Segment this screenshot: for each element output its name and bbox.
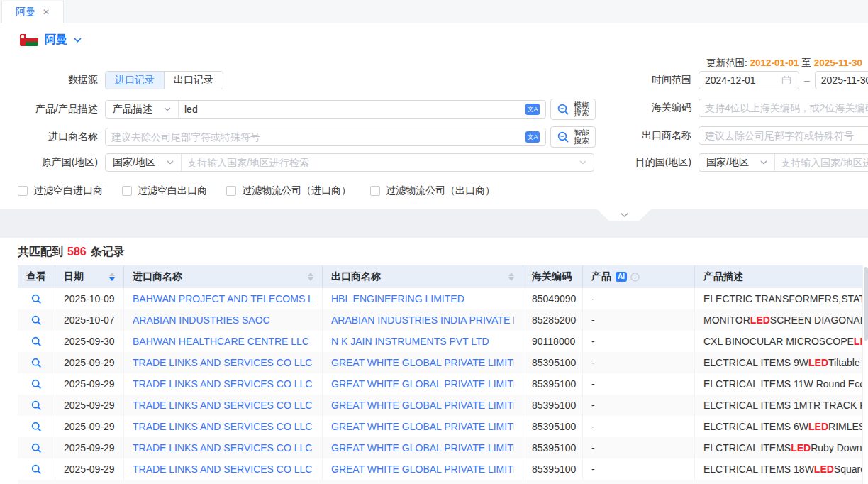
tab-export-records[interactable]: 出口记录 [164,72,223,89]
importer-input[interactable] [106,131,525,143]
view-cell [18,458,55,480]
chevron-down-icon[interactable] [579,160,586,165]
exporter-link[interactable]: HBL ENGINEERING LIMITED [331,293,464,304]
product-label: 产品/产品描述 [6,103,105,116]
checkbox-filter-logistics-exporter[interactable]: 过滤物流公司（出口商） [370,185,495,197]
view-detail-button[interactable] [31,464,42,475]
importer-link[interactable]: TRADE LINKS AND SERVICES CO LLC [133,400,312,411]
header-importer[interactable]: 进口商名称 [124,265,323,288]
exporter-cell: N K JAIN INSTRUMENTS PVT LTD [323,331,523,352]
smart-search-label: 智能搜索 [574,129,589,145]
sort-icon-exporter[interactable] [508,273,514,281]
destination-type-select[interactable]: 国家/地区 [699,154,775,171]
hscode-input-box [699,99,868,117]
hscode-input[interactable] [699,102,868,114]
fuzzy-search-button[interactable]: 模糊搜索 [550,99,596,120]
hscode-cell: 85049090 [523,288,583,309]
destination-row: 目的国(地区) 国家/地区 [629,153,868,172]
header-date[interactable]: 日期 [55,265,124,288]
datasource-row: 数据源 进口记录 出口记录 [6,71,223,89]
collapse-form-button[interactable] [597,209,651,221]
view-detail-button[interactable] [31,358,42,368]
view-detail-button[interactable] [31,336,42,347]
tab-import-records[interactable]: 进口记录 [106,72,164,89]
date-to-input[interactable] [816,75,868,86]
view-detail-button[interactable] [31,379,42,390]
destination-input[interactable] [775,157,868,168]
sort-icon-importer[interactable] [308,273,313,281]
chevron-down-icon [620,212,629,218]
exporter-link[interactable]: GREAT WHITE GLOBAL PRIVATE LIMITED [331,378,514,390]
info-icon[interactable] [630,273,640,282]
exporter-link[interactable]: N K JAIN INSTRUMENTS PVT LTD [331,336,489,347]
date-cell: 2025-09-30 [55,331,124,352]
exporter-input[interactable] [699,130,868,141]
exporter-link[interactable]: GREAT WHITE GLOBAL PRIVATE LIMITED [331,357,514,368]
importer-label: 进口商名称 [6,131,105,143]
view-detail-button[interactable] [31,294,42,304]
view-cell [18,395,55,416]
checkbox-filter-blank-importer[interactable]: 过滤空白进口商 [18,185,103,197]
importer-link[interactable]: TRADE LINKS AND SERVICES CO LLC [133,463,312,475]
panel-gap [0,209,868,238]
view-detail-button[interactable] [31,315,42,326]
origin-input[interactable] [182,157,579,168]
exporter-link[interactable]: GREAT WHITE GLOBAL PRIVATE LIMITED [331,442,514,453]
product-input[interactable] [179,104,525,115]
checkbox-filter-logistics-importer[interactable]: 过滤物流公司（进口商） [226,185,351,197]
importer-cell: TRADE LINKS AND SERVICES CO LLC [124,395,323,416]
vertical-scrollbar[interactable] [862,265,868,484]
translate-icon[interactable]: 文A [525,104,540,115]
view-magnifier-icon [31,422,42,432]
date-cell: 2025-10-09 [55,288,124,309]
table-row: 2025-10-07ARABIAN INDUSTRIES SAOCARABIAN… [18,309,862,331]
tab-oman[interactable]: 阿曼 ✕ [1,1,64,23]
datasource-segmented: 进口记录 出口记录 [105,71,223,89]
checkbox-icon [18,186,28,196]
exporter-input-box [699,126,868,145]
translate-icon[interactable]: 文A [525,131,540,143]
importer-link[interactable]: ARABIAN INDUSTRIES SAOC [133,314,270,326]
magnifier-icon [557,131,570,144]
importer-cell: TRADE LINKS AND SERVICES CO LLC [124,437,323,458]
origin-type-select[interactable]: 国家/地区 [106,154,182,171]
exporter-link[interactable]: ARABIAN INDUSTRIES INDIA PRIVATE LIMIT..… [331,314,514,326]
view-magnifier-icon [31,294,42,304]
oman-flag-icon [20,34,38,46]
exporter-cell: GREAT WHITE GLOBAL PRIVATE LIMITED [323,395,523,416]
exporter-link[interactable]: GREAT WHITE GLOBAL PRIVATE LIMITED [331,421,514,432]
view-detail-button[interactable] [31,422,42,432]
view-detail-button[interactable] [31,443,42,453]
view-detail-button[interactable] [31,400,42,411]
product-type-select[interactable]: 产品描述 [106,101,179,118]
importer-link[interactable]: BAHWAN HEALTHCARE CENTRE LLC [133,336,309,347]
country-selector[interactable]: 阿曼 [20,33,82,48]
header-exporter[interactable]: 出口商名称 [323,265,523,288]
tab-label: 阿曼 [16,6,35,18]
record-count: 586 [67,246,87,258]
exporter-link[interactable]: GREAT WHITE GLOBAL PRIVATE LIMITED [331,463,514,475]
importer-link[interactable]: TRADE LINKS AND SERVICES CO LLC [133,378,312,390]
results-summary: 共匹配到 586 条记录 [18,245,125,260]
importer-link[interactable]: TRADE LINKS AND SERVICES CO LLC [133,421,312,432]
hscode-row: 海关编码 [629,99,868,117]
datasource-label: 数据源 [6,74,105,87]
date-from-input[interactable] [699,75,781,86]
checkbox-filter-blank-exporter[interactable]: 过滤空白出口商 [122,185,207,197]
importer-link[interactable]: BAHWAN PROJECT AND TELECOMS LLC [133,293,313,304]
table-row: 2025-09-29TRADE LINKS AND SERVICES CO LL… [18,352,862,373]
smart-search-button[interactable]: 智能搜索 [550,126,596,148]
ai-badge: AI [616,272,627,282]
date-cell: 2025-09-29 [55,458,124,480]
sort-icon-date[interactable] [109,273,115,281]
description-cell: ELCTRICAL ITEMS 11W Round Econo... [695,373,862,395]
keyword-highlight: LED [808,421,828,432]
scrollbar-thumb[interactable] [864,267,868,341]
importer-link[interactable]: TRADE LINKS AND SERVICES CO LLC [133,442,312,453]
close-icon[interactable]: ✕ [43,8,50,16]
keyword-highlight: LED [791,442,811,453]
exporter-link[interactable]: GREAT WHITE GLOBAL PRIVATE LIMITED [331,400,514,411]
table-header: 查看 日期 进口商名称 出口商名称 海关编码 产品 [18,265,862,288]
table-body: 2025-10-09BAHWAN PROJECT AND TELECOMS LL… [18,288,862,480]
importer-link[interactable]: TRADE LINKS AND SERVICES CO LLC [133,357,312,368]
